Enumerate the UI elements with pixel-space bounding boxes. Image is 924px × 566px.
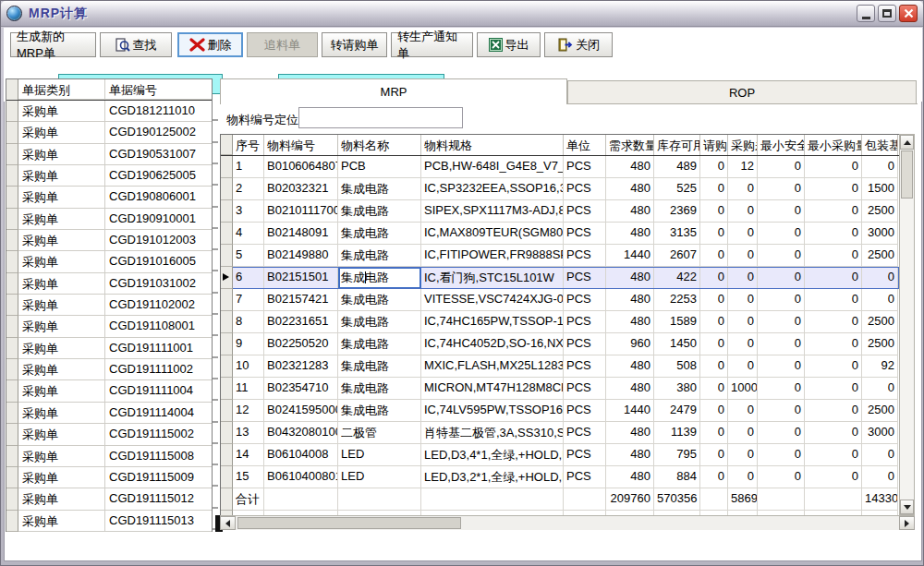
row-indicator <box>221 223 233 245</box>
grid-cell: 0 <box>700 156 728 178</box>
document-list-row[interactable]: 采购单CGD191111004 <box>6 380 212 402</box>
document-list-row[interactable]: 采购单CGD191108001 <box>6 316 212 337</box>
inline-cell-editor[interactable]: 集成电路 <box>338 267 421 289</box>
row-indicator <box>6 467 18 488</box>
scroll-up-button[interactable] <box>900 135 914 150</box>
scroll-right-button[interactable] <box>899 516 915 530</box>
grid-cell: MXIC,FLASH,MX25L12835F <box>421 355 564 378</box>
search-icon <box>116 38 130 53</box>
doc-type-cell: 采购单 <box>18 230 105 251</box>
row-indicator <box>221 200 233 223</box>
close-button[interactable] <box>899 5 918 22</box>
column-header[interactable]: 物料规格 <box>421 135 564 155</box>
table-row[interactable]: 14B06104008LEDLED,D3,4*1,全绿,+HOLD,DPCS48… <box>221 444 899 466</box>
totals-cell <box>264 488 338 511</box>
table-row[interactable]: 5B02149880集成电路IC,FITIPOWER,FR9888SPCPCS1… <box>221 245 899 267</box>
document-list-row[interactable]: 采购单CGD191111002 <box>6 359 212 380</box>
document-list-row[interactable]: 采购单CGD190910001 <box>6 209 212 230</box>
table-row[interactable]: 9B02250520集成电路IC,74HC4052D,SO-16,NXPPCS9… <box>221 333 899 355</box>
column-header[interactable]: 最小采购量 <box>805 135 862 155</box>
toolbar: 生成新的MRP单查找删除追料单转请购单转生产通知单导出关闭 <box>4 28 922 72</box>
grid-cell: 508 <box>654 355 700 378</box>
document-list-row[interactable]: 采购单CGD190806001 <box>6 187 212 208</box>
vertical-scroll-thumb[interactable] <box>901 151 913 199</box>
column-header[interactable]: 包装基数 <box>862 135 898 155</box>
horizontal-scroll-thumb[interactable] <box>237 517 461 529</box>
grid-cell: PCB,HW-648I_G4E8_V7_2 <box>421 156 564 178</box>
table-row[interactable]: 2B02032321集成电路IC,SP3232EEA,SSOP16,3.0PCS… <box>221 178 899 200</box>
grid-cell: PCS <box>564 156 606 178</box>
grid-cell: 0 <box>700 444 728 466</box>
table-row[interactable]: 6B02151501集成电路IC,看门狗,STC15L101WPCS480422… <box>221 267 899 289</box>
document-list-row[interactable]: 采购单CGD191111001 <box>6 338 212 359</box>
grid-cell: B02149880 <box>264 245 338 267</box>
document-list-row[interactable]: 采购单CGD190125002 <box>6 122 212 143</box>
toolbar-button-8[interactable]: 关闭 <box>544 32 613 57</box>
document-list-row[interactable]: 采购单CGD191115012 <box>6 488 212 510</box>
table-row[interactable]: 1B0106064807PCBPCB,HW-648I_G4E8_V7_2PCS4… <box>221 156 899 178</box>
document-list-row[interactable]: 采购单CGD190531007 <box>6 144 212 165</box>
table-row[interactable]: 11B02354710集成电路MICRON,MT47H128M8CF-PCS48… <box>221 378 899 400</box>
row-indicator <box>6 316 18 337</box>
minimize-button[interactable] <box>857 5 875 22</box>
doc-no-cell: CGD191115013 <box>105 511 212 532</box>
column-header[interactable]: 库存可用量 <box>654 135 700 155</box>
toolbar-button-3[interactable]: 删除 <box>177 32 243 57</box>
row-indicator-header <box>6 79 18 100</box>
vertical-scrollbar[interactable] <box>899 134 915 515</box>
column-header[interactable]: 物料编号 <box>264 135 338 155</box>
document-list-row[interactable]: 采购单CGD191031002 <box>6 273 212 295</box>
row-indicator-header <box>221 135 233 155</box>
table-row[interactable]: 15B0610400801LEDLED,D3,2*1,全绿,+HOLD,DPCS… <box>221 466 899 488</box>
table-row[interactable]: 10B02321283集成电路MXIC,FLASH,MX25L12835FPCS… <box>221 355 899 378</box>
grid-cell: 2253 <box>654 289 700 311</box>
doc-type-cell: 采购单 <box>18 101 105 122</box>
column-header[interactable]: 最小安全量 <box>758 135 805 155</box>
document-list-row[interactable]: 采购单CGD181211010 <box>6 101 212 122</box>
grid-cell: 0 <box>862 156 898 178</box>
grid-cell: 525 <box>654 178 700 200</box>
document-list-row[interactable]: 采购单CGD191102002 <box>6 295 212 316</box>
document-list-row[interactable]: 采购单CGD191016005 <box>6 251 212 272</box>
column-header[interactable]: 序号 <box>233 135 264 155</box>
document-list-row[interactable]: 采购单CGD190625005 <box>6 165 212 187</box>
maximize-button[interactable] <box>878 5 896 22</box>
table-row[interactable]: 12B0241595000集成电路IC,74LV595PW,TSSOP16/7P… <box>221 400 899 422</box>
column-header[interactable]: 需求数量 <box>606 135 654 155</box>
table-row[interactable]: 7B02157421集成电路VITESSE,VSC7424XJG-02,PCS4… <box>221 289 899 311</box>
document-list-row[interactable]: 采购单CGD191115002 <box>6 424 212 445</box>
document-list-row[interactable]: 采购单CGD191115009 <box>6 467 212 488</box>
toolbar-button-5[interactable]: 转请购单 <box>322 32 387 57</box>
table-row[interactable]: 8B02231651集成电路IC,74HC165PW,TSSOP-16PCS48… <box>221 311 899 333</box>
grid-cell: 480 <box>606 444 654 466</box>
document-list-row[interactable]: 采购单CGD191114004 <box>6 403 212 424</box>
column-header[interactable]: 物料名称 <box>338 135 421 155</box>
doc-no-cell: CGD190125002 <box>105 122 212 143</box>
doc-no-cell: CGD190531007 <box>105 144 212 165</box>
column-header[interactable]: 采购未入库量 <box>728 135 758 155</box>
document-list-row[interactable]: 采购单CGD191115013 <box>6 511 212 532</box>
toolbar-button-7[interactable]: 导出 <box>477 32 541 57</box>
document-list-row[interactable]: 采购单CGD191115008 <box>6 446 212 467</box>
horizontal-scrollbar[interactable] <box>220 515 915 530</box>
grid-cell: 0 <box>805 178 862 200</box>
tab-rop[interactable]: ROP <box>567 80 917 104</box>
toolbar-button-1[interactable]: 生成新的MRP单 <box>10 32 96 57</box>
scroll-left-button[interactable] <box>220 516 236 530</box>
table-row[interactable]: 13B0432080100二极管肖特基二极管,3A,SS310,SMPCS480… <box>221 422 899 444</box>
table-row[interactable]: 4B02148091集成电路IC,MAX809TEUR(SGM809-PCS48… <box>221 223 899 245</box>
close-icon <box>904 8 914 18</box>
toolbar-button-6[interactable]: 转生产通知单 <box>391 32 473 57</box>
totals-cell: 570356 <box>654 488 700 511</box>
toolbar-button-2[interactable]: 查找 <box>100 32 172 57</box>
material-code-locator-input[interactable] <box>298 107 463 128</box>
tab-mrp[interactable]: MRP <box>220 78 567 104</box>
column-header[interactable]: 单位 <box>564 135 606 155</box>
scroll-down-button[interactable] <box>900 500 914 514</box>
row-indicator <box>6 144 18 165</box>
document-list-row[interactable]: 采购单CGD191012003 <box>6 230 212 251</box>
table-row[interactable]: 3B0210111700集成电路SIPEX,SPX1117M3-ADJ,80PC… <box>221 200 899 223</box>
column-header[interactable]: 请购未采购量 <box>700 135 728 155</box>
maximize-icon <box>882 9 892 18</box>
panel-splitter[interactable] <box>213 100 218 532</box>
